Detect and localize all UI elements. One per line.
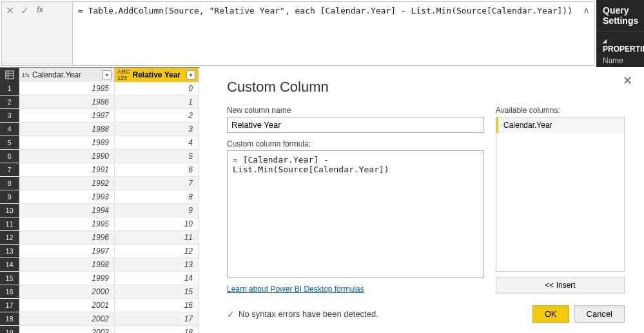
available-column-item[interactable]: Calendar.Year [496,117,624,133]
formula-label: Custom column formula: [227,139,484,148]
row-number: 9 [0,190,19,203]
row-number: 12 [0,231,19,244]
column-header-label: Calendar.Year [32,70,81,79]
cell-relative-year[interactable]: 14 [115,272,199,285]
row-number: 11 [0,217,19,230]
column-dropdown-icon[interactable]: ▾ [102,70,112,79]
available-columns-list: Calendar.Year [496,117,625,272]
cell-relative-year[interactable]: 17 [115,312,199,325]
cancel-button[interactable]: Cancel [574,305,625,323]
close-icon[interactable]: ✕ [623,74,632,88]
formula-cancel-icon[interactable]: ✕ [6,5,14,17]
formula-bar: ✕ ✓ fx = Table.AddColumn(Source, "Relati… [1,1,595,66]
row-number: 4 [0,123,19,136]
cell-calendar-year[interactable]: 1997 [19,245,115,257]
table-row[interactable]: 819927 [0,177,200,190]
new-column-name-input[interactable] [227,117,484,133]
table-row[interactable]: 119850 [0,82,200,96]
column-header-calendar-year[interactable]: 1²₃ Calendar.Year ▾ [19,68,115,82]
formula-accept-icon[interactable]: ✓ [21,5,29,17]
custom-formula-input[interactable]: = [Calendar.Year] - List.Min(Source[Cale… [227,150,484,278]
row-number: 19 [0,326,19,333]
cell-calendar-year[interactable]: 1994 [19,204,115,217]
column-header-label: Relative Year [133,70,181,79]
learn-link[interactable]: Learn about Power BI Desktop formulas [227,285,484,294]
type-icon-number: 1²₃ [22,72,30,78]
svg-rect-0 [5,71,13,79]
table-row[interactable]: 519894 [0,136,200,150]
cell-relative-year[interactable]: 12 [115,245,199,257]
table-row[interactable]: 11199510 [0,217,200,231]
table-row[interactable]: 13199712 [0,245,200,258]
cell-calendar-year[interactable]: 1996 [19,231,115,244]
table-row[interactable]: 18200217 [0,312,200,326]
table-row[interactable]: 15199914 [0,272,200,285]
row-number: 1 [0,82,19,95]
cell-relative-year[interactable]: 9 [115,204,199,217]
cell-calendar-year[interactable]: 2000 [19,285,115,298]
table-row[interactable]: 16200015 [0,285,200,299]
name-label: Name [603,56,644,65]
cell-relative-year[interactable]: 7 [115,177,199,190]
cell-relative-year[interactable]: 11 [115,231,199,244]
table-row[interactable]: 219861 [0,96,200,109]
cell-relative-year[interactable]: 10 [115,217,199,230]
query-settings-title: Query Settings [596,0,644,31]
row-number: 18 [0,312,19,325]
column-header-relative-year[interactable]: ABC123 Relative Year ▾ [115,68,199,82]
cell-relative-year[interactable]: 5 [115,150,199,163]
cell-relative-year[interactable]: 1 [115,96,199,108]
cell-relative-year[interactable]: 15 [115,285,199,298]
row-number: 13 [0,245,19,257]
row-number: 14 [0,258,19,271]
cell-calendar-year[interactable]: 1993 [19,190,115,203]
cell-calendar-year[interactable]: 1986 [19,96,115,108]
cell-calendar-year[interactable]: 1992 [19,177,115,190]
cell-calendar-year[interactable]: 1995 [19,217,115,230]
query-settings-panel: Query Settings PROPERTIES Name [596,0,644,67]
table-row[interactable]: 19200318 [0,326,200,333]
syntax-status: ✓ No syntax errors have been detected. [227,309,378,319]
cell-relative-year[interactable]: 16 [115,299,199,312]
cell-relative-year[interactable]: 6 [115,163,199,176]
properties-section-title[interactable]: PROPERTIES [603,35,644,54]
cell-calendar-year[interactable]: 1988 [19,123,115,136]
table-row[interactable]: 619905 [0,150,200,163]
cell-calendar-year[interactable]: 1990 [19,150,115,163]
cell-calendar-year[interactable]: 1991 [19,163,115,176]
row-number: 3 [0,109,19,122]
table-row[interactable]: 12199611 [0,231,200,245]
cell-relative-year[interactable]: 13 [115,258,199,271]
cell-relative-year[interactable]: 18 [115,326,199,333]
type-icon-any: ABC123 [117,68,130,81]
cell-calendar-year[interactable]: 1989 [19,136,115,149]
table-row[interactable]: 14199813 [0,258,200,272]
table-row[interactable]: 17200116 [0,299,200,312]
table-row[interactable]: 419883 [0,123,200,136]
table-row[interactable]: 1019949 [0,204,200,217]
cell-calendar-year[interactable]: 2001 [19,299,115,312]
cell-relative-year[interactable]: 4 [115,136,199,149]
cell-calendar-year[interactable]: 2003 [19,326,115,333]
cell-calendar-year[interactable]: 2002 [19,312,115,325]
table-icon[interactable] [0,68,19,82]
table-row[interactable]: 319872 [0,109,200,123]
formula-text[interactable]: = Table.AddColumn(Source, "Relative Year… [73,2,578,65]
cell-calendar-year[interactable]: 1998 [19,258,115,271]
table-row[interactable]: 719916 [0,163,200,177]
row-number: 16 [0,285,19,298]
formula-collapse-icon[interactable]: ʌ [578,2,594,65]
cell-relative-year[interactable]: 8 [115,190,199,203]
cell-calendar-year[interactable]: 1999 [19,272,115,285]
ok-button[interactable]: OK [532,305,569,323]
row-number: 2 [0,96,19,108]
row-number: 15 [0,272,19,285]
column-dropdown-icon[interactable]: ▾ [186,70,195,79]
cell-calendar-year[interactable]: 1985 [19,82,115,95]
cell-calendar-year[interactable]: 1987 [19,109,115,122]
cell-relative-year[interactable]: 3 [115,123,199,136]
cell-relative-year[interactable]: 2 [115,109,199,122]
cell-relative-year[interactable]: 0 [115,82,199,95]
table-row[interactable]: 919938 [0,190,200,204]
insert-button[interactable]: << Insert [496,277,625,294]
